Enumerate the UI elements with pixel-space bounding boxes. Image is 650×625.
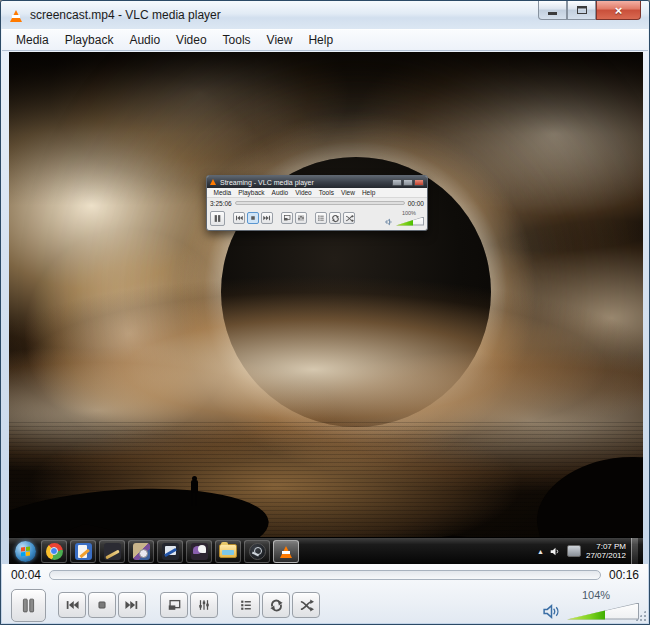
inner-seek-row: 3:25:06 00:00 (207, 198, 427, 208)
inner-speaker-icon (385, 218, 394, 226)
inner-previous-button (233, 212, 245, 224)
stop-button[interactable] (88, 592, 116, 618)
inner-pause-button (210, 211, 225, 226)
paint-icon (157, 540, 183, 563)
notepad-icon (70, 540, 96, 563)
menu-playback[interactable]: Playback (57, 30, 122, 50)
controls-row: 104% (2, 585, 648, 625)
menu-media[interactable]: Media (8, 30, 57, 50)
menu-tools[interactable]: Tools (215, 30, 259, 50)
inner-window-title: Streaming - VLC media player (220, 179, 314, 186)
inner-playlist-button (315, 212, 327, 224)
inner-duration: 00:00 (408, 200, 424, 207)
volume-fill (567, 603, 605, 620)
seek-slider[interactable] (49, 570, 601, 580)
extended-settings-button[interactable] (190, 592, 218, 618)
pen-tool-icon (99, 540, 125, 563)
menu-video[interactable]: Video (168, 30, 214, 50)
inner-controls-row: 100% (207, 208, 427, 228)
volume-widget[interactable]: 104% (542, 591, 639, 620)
inner-menu-video: Video (292, 189, 316, 196)
total-duration: 00:16 (609, 568, 639, 582)
minimize-button[interactable] (538, 1, 567, 20)
minimize-icon (548, 12, 557, 15)
previous-button[interactable] (58, 592, 86, 618)
volume-slider[interactable] (567, 603, 639, 620)
inner-menu-media: Media (210, 189, 235, 196)
fullscreen-button[interactable] (160, 592, 188, 618)
inner-volume-widget: 100% (385, 211, 424, 226)
next-button[interactable] (118, 592, 146, 618)
inner-volume-slider (396, 217, 424, 226)
inner-volume-percent: 100% (402, 210, 416, 216)
inner-menu-audio: Audio (268, 189, 292, 196)
window-title: screencast.mp4 - VLC media player (30, 8, 221, 22)
inner-title-bar: Streaming - VLC media player (207, 176, 427, 188)
inner-loop-button (329, 212, 341, 224)
inner-minimize-button (392, 179, 402, 186)
tray-time: 7:07 PM (586, 542, 626, 552)
vlc-main-window: screencast.mp4 - VLC media player × Medi… (0, 0, 650, 625)
playlist-button[interactable] (232, 592, 260, 618)
inner-window-controls (392, 179, 424, 186)
inner-vlc-cone-icon (210, 178, 217, 186)
tray-expand-icon: ▲ (537, 548, 544, 555)
inner-stop-button (247, 212, 259, 224)
pause-button[interactable] (11, 589, 46, 622)
windows-start-icon (12, 540, 38, 563)
volume-percent: 104% (582, 589, 610, 601)
inner-menu-tools: Tools (315, 189, 337, 196)
person-silhouette (190, 476, 198, 506)
inner-seek-track (235, 201, 405, 205)
inner-extended-settings-button (295, 212, 307, 224)
video-surface[interactable]: Streaming - VLC media player Media Playb… (9, 52, 643, 564)
menu-audio[interactable]: Audio (121, 30, 168, 50)
inner-menu-view: View (337, 189, 358, 196)
menu-bar: Media Playback Audio Video Tools View He… (2, 29, 648, 51)
inner-menu-playback: Playback (235, 189, 268, 196)
inner-fullscreen-button (281, 212, 293, 224)
inner-close-button (414, 179, 424, 186)
inner-menu-bar: Media Playback Audio Video Tools View He… (207, 188, 427, 198)
tray-date: 27/07/2012 (586, 551, 626, 561)
explorer-folder-icon (215, 540, 241, 563)
chrome-icon (41, 540, 67, 563)
maximize-icon (577, 6, 587, 14)
system-tray: ▲ 7:07 PM 27/07/2012 (537, 538, 640, 565)
tray-clock: 7:07 PM 27/07/2012 (586, 542, 626, 561)
inner-menu-help: Help (358, 189, 378, 196)
menu-help[interactable]: Help (300, 30, 341, 50)
inner-shuffle-button (343, 212, 355, 224)
tray-action-center-icon (567, 545, 581, 557)
messenger-icon (186, 540, 212, 563)
shuffle-button[interactable] (292, 592, 320, 618)
inner-elapsed-time: 3:25:06 (210, 200, 232, 207)
inner-maximize-button (403, 179, 413, 186)
close-icon: × (615, 4, 623, 17)
inner-next-button (261, 212, 273, 224)
tray-speaker-icon (549, 546, 562, 557)
window-controls: × (538, 1, 641, 20)
video-taskbar: ▲ 7:07 PM 27/07/2012 (9, 537, 643, 564)
close-button[interactable]: × (596, 1, 641, 20)
vlc-cone-icon (9, 8, 23, 23)
steam-icon (244, 540, 270, 563)
seek-row: 00:04 00:16 (2, 564, 648, 585)
speaker-icon[interactable] (542, 603, 561, 620)
elapsed-time: 00:04 (11, 568, 41, 582)
inner-vlc-window: Streaming - VLC media player Media Playb… (206, 175, 428, 231)
loop-button[interactable] (262, 592, 290, 618)
maximize-button[interactable] (567, 1, 596, 20)
vlc-taskbar-icon (273, 540, 299, 563)
media-app-icon (128, 540, 154, 563)
show-desktop-strip (631, 538, 638, 565)
menu-view[interactable]: View (259, 30, 301, 50)
player-bottom-chrome: 00:04 00:16 (2, 564, 648, 623)
